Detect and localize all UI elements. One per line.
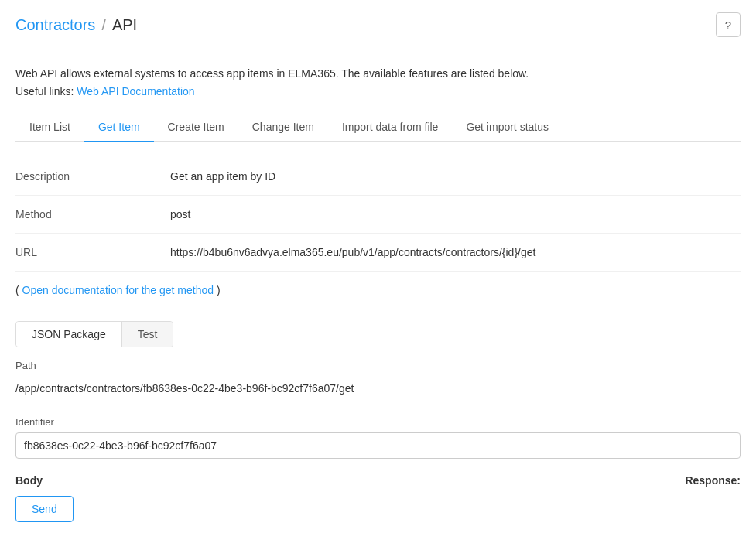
identifier-label: Identifier [15, 416, 741, 428]
main-content: Web API allows external systems to acces… [0, 50, 756, 538]
method-value: post [170, 208, 190, 220]
breadcrumb-contractors[interactable]: Contractors [15, 16, 95, 34]
description-label: Description [15, 170, 170, 183]
header: Contractors / API ? [0, 0, 756, 50]
tab-change-item[interactable]: Change Item [238, 113, 328, 142]
description-value: Get an app item by ID [170, 170, 275, 183]
open-doc-prefix: ( [15, 284, 19, 296]
tab-import-data[interactable]: Import data from file [328, 113, 453, 142]
url-value: https://b4bu6nv6advya.elma365.eu/pub/v1/… [170, 246, 535, 258]
send-button[interactable]: Send [15, 496, 74, 522]
tab-get-item[interactable]: Get Item [84, 113, 154, 142]
open-doc-suffix: ) [217, 284, 221, 296]
description-row: Description Get an app item by ID [15, 158, 741, 196]
subtab-json-package[interactable]: JSON Package [16, 322, 122, 347]
path-value: /app/contracts/contractors/fb8638es-0c22… [15, 376, 741, 401]
help-button[interactable]: ? [716, 12, 741, 37]
subtab-test[interactable]: Test [122, 322, 173, 347]
method-label: Method [15, 208, 170, 220]
breadcrumb-separator: / [101, 16, 106, 34]
subtabs: JSON Package Test [15, 321, 173, 347]
intro-description: Web API allows external systems to acces… [15, 66, 741, 82]
tab-get-import-status[interactable]: Get import status [452, 113, 563, 142]
url-row: URL https://b4bu6nv6advya.elma365.eu/pub… [15, 234, 741, 272]
open-doc-row: ( Open documentation for the get method … [15, 272, 741, 309]
tab-item-list[interactable]: Item List [15, 113, 84, 142]
tab-create-item[interactable]: Create Item [154, 113, 238, 142]
body-response-row: Body Response: [15, 474, 741, 487]
url-label: URL [15, 246, 170, 258]
useful-links-prefix: Useful links: [15, 85, 74, 97]
open-doc-link[interactable]: Open documentation for the get method [22, 284, 214, 296]
response-label: Response: [685, 474, 741, 487]
main-tabs: Item List Get Item Create Item Change It… [15, 113, 741, 142]
useful-links: Useful links: Web API Documentation [15, 85, 741, 97]
test-section: Path /app/contracts/contractors/fb8638es… [15, 360, 741, 522]
body-label: Body [15, 474, 43, 487]
breadcrumb-api: API [112, 16, 137, 34]
identifier-input[interactable] [15, 432, 741, 459]
breadcrumb: Contractors / API [15, 16, 137, 34]
path-label: Path [15, 360, 741, 371]
method-row: Method post [15, 196, 741, 234]
web-api-doc-link[interactable]: Web API Documentation [77, 85, 194, 97]
info-grid: Description Get an app item by ID Method… [15, 158, 741, 272]
